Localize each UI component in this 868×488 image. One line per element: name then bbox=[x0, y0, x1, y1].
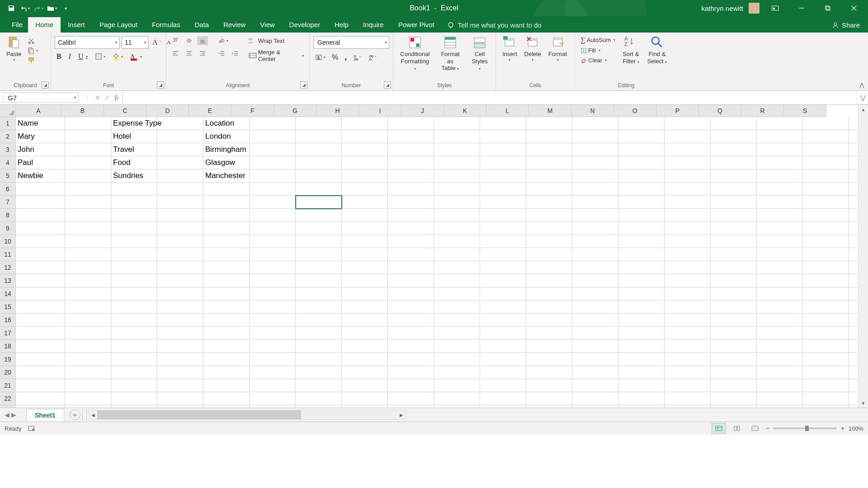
cell[interactable] bbox=[250, 366, 296, 379]
cell[interactable] bbox=[480, 156, 526, 169]
cell[interactable]: Sundries bbox=[111, 169, 157, 183]
cell[interactable] bbox=[572, 196, 618, 209]
cell[interactable] bbox=[111, 327, 157, 340]
cell[interactable] bbox=[250, 183, 296, 196]
cell[interactable] bbox=[665, 183, 711, 196]
cell[interactable] bbox=[757, 261, 803, 274]
cell[interactable] bbox=[480, 314, 526, 327]
cell[interactable] bbox=[757, 366, 803, 379]
cell[interactable] bbox=[526, 117, 572, 130]
cell[interactable] bbox=[434, 392, 480, 405]
cell[interactable] bbox=[342, 340, 388, 353]
sort-filter-button[interactable]: AZSort &Filter ▾ bbox=[620, 34, 642, 66]
cell[interactable] bbox=[388, 261, 434, 274]
cell[interactable] bbox=[434, 366, 480, 379]
cell[interactable] bbox=[711, 366, 757, 379]
cell[interactable] bbox=[526, 143, 572, 156]
page-layout-view-button[interactable] bbox=[730, 423, 744, 434]
cell[interactable] bbox=[757, 392, 803, 405]
number-format-select[interactable]: General▾ bbox=[313, 36, 389, 49]
cell[interactable] bbox=[65, 222, 111, 235]
cell[interactable] bbox=[342, 235, 388, 248]
cell[interactable] bbox=[65, 248, 111, 261]
cell[interactable] bbox=[203, 196, 250, 209]
cell[interactable] bbox=[434, 274, 480, 287]
cell[interactable] bbox=[111, 340, 157, 353]
cell[interactable] bbox=[65, 379, 111, 392]
cell[interactable] bbox=[250, 156, 296, 169]
cell[interactable] bbox=[388, 130, 434, 143]
cell[interactable] bbox=[342, 130, 388, 143]
cell[interactable] bbox=[296, 353, 342, 366]
conditional-formatting-button[interactable]: ConditionalFormatting ▾ bbox=[397, 34, 433, 73]
cell[interactable] bbox=[618, 340, 665, 353]
cell[interactable] bbox=[250, 169, 296, 183]
cell[interactable] bbox=[65, 169, 111, 183]
tab-insert[interactable]: Insert bbox=[61, 17, 92, 33]
column-header[interactable]: K bbox=[444, 105, 486, 117]
cell[interactable] bbox=[757, 327, 803, 340]
cell[interactable] bbox=[665, 235, 711, 248]
cell[interactable] bbox=[342, 379, 388, 392]
cell[interactable] bbox=[296, 300, 342, 314]
cell[interactable] bbox=[711, 353, 757, 366]
cell[interactable] bbox=[572, 353, 618, 366]
cell[interactable] bbox=[757, 274, 803, 287]
cell[interactable] bbox=[480, 222, 526, 235]
cell[interactable] bbox=[572, 235, 618, 248]
cell[interactable] bbox=[711, 169, 757, 183]
cell[interactable] bbox=[111, 196, 157, 209]
cell[interactable] bbox=[803, 130, 849, 143]
cell[interactable] bbox=[434, 156, 480, 169]
qat-customize-icon[interactable]: ▾ bbox=[61, 3, 71, 13]
cell[interactable] bbox=[572, 183, 618, 196]
tab-file[interactable]: File bbox=[6, 17, 28, 33]
cell[interactable] bbox=[480, 300, 526, 314]
tab-developer[interactable]: Developer bbox=[282, 17, 327, 33]
cell[interactable] bbox=[342, 156, 388, 169]
cell[interactable] bbox=[388, 366, 434, 379]
cell[interactable] bbox=[803, 196, 849, 209]
row-header[interactable]: 3 bbox=[0, 143, 16, 156]
cell[interactable] bbox=[250, 222, 296, 235]
cell[interactable] bbox=[618, 392, 665, 405]
scroll-left-icon[interactable]: ◀ bbox=[89, 413, 97, 418]
cell[interactable] bbox=[803, 169, 849, 183]
cell[interactable] bbox=[203, 261, 250, 274]
cell[interactable] bbox=[618, 169, 665, 183]
clipboard-launcher[interactable]: ◢ bbox=[42, 81, 49, 89]
cell[interactable] bbox=[757, 143, 803, 156]
cell[interactable] bbox=[157, 117, 203, 130]
cell[interactable] bbox=[572, 274, 618, 287]
cell[interactable] bbox=[434, 261, 480, 274]
cell[interactable] bbox=[342, 248, 388, 261]
column-header[interactable]: I bbox=[359, 105, 401, 117]
cell[interactable] bbox=[618, 327, 665, 340]
cell[interactable] bbox=[296, 274, 342, 287]
cell[interactable] bbox=[757, 117, 803, 130]
cell[interactable] bbox=[250, 196, 296, 209]
cell[interactable] bbox=[480, 209, 526, 222]
cell[interactable] bbox=[711, 143, 757, 156]
cell[interactable] bbox=[526, 183, 572, 196]
cell[interactable] bbox=[157, 366, 203, 379]
row-header[interactable]: 9 bbox=[0, 222, 16, 235]
cell[interactable] bbox=[111, 300, 157, 314]
cell[interactable] bbox=[757, 169, 803, 183]
cell[interactable] bbox=[296, 183, 342, 196]
cell[interactable] bbox=[157, 274, 203, 287]
cell[interactable] bbox=[342, 392, 388, 405]
alignment-launcher[interactable]: ◢ bbox=[300, 81, 307, 89]
cell[interactable] bbox=[665, 274, 711, 287]
cell[interactable]: Hotel bbox=[111, 130, 157, 143]
cell[interactable] bbox=[434, 248, 480, 261]
cell[interactable] bbox=[296, 379, 342, 392]
cell[interactable] bbox=[16, 248, 65, 261]
cell[interactable] bbox=[65, 274, 111, 287]
cell[interactable] bbox=[665, 130, 711, 143]
cell[interactable] bbox=[16, 392, 65, 405]
row-header[interactable]: 10 bbox=[0, 235, 16, 248]
cell[interactable] bbox=[111, 222, 157, 235]
cell[interactable]: Manchester bbox=[203, 169, 250, 183]
row-header[interactable]: 12 bbox=[0, 261, 16, 274]
